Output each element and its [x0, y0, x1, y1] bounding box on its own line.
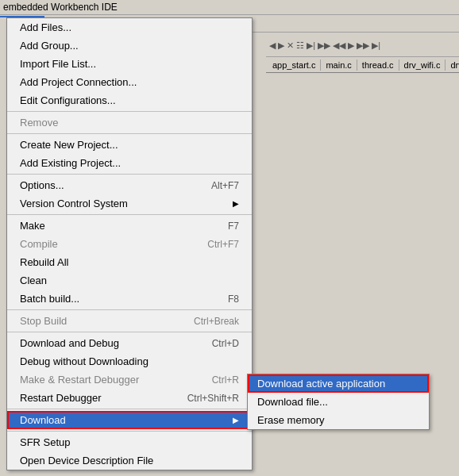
menu-item-label: Debug without Downloading	[20, 355, 148, 367]
menu-item-download-and-debug[interactable]: Download and DebugCtrl+D	[7, 334, 252, 352]
submenu-item-erase-memory[interactable]: Erase memory	[248, 411, 429, 429]
menu-item-create-new-project[interactable]: Create New Project...	[7, 136, 252, 154]
menu-item-add-files[interactable]: Add Files...	[7, 18, 252, 36]
menu-item-debug-without-downloading[interactable]: Debug without Downloading	[7, 352, 252, 370]
menu-item-shortcut: Ctrl+Shift+R	[187, 393, 239, 404]
tab-drv_wi---[interactable]: drv_wi...	[446, 60, 459, 71]
menu-item-add-existing-project[interactable]: Add Existing Project...	[7, 154, 252, 172]
menu-item-shortcut: Ctrl+Break	[194, 316, 239, 327]
submenu-arrow-icon: ▶	[233, 416, 239, 424]
menu-item-shortcut: F8	[228, 294, 239, 305]
menu-item-sfr-setup[interactable]: SFR Setup	[7, 433, 252, 451]
menu-separator	[7, 133, 252, 134]
title-bar: embedded Workbench IDE	[0, 0, 459, 15]
menu-item-shortcut: Ctrl+F7	[207, 239, 239, 250]
menu-item-shortcut: F7	[228, 221, 239, 232]
menu-item-make[interactable]: MakeF7	[7, 217, 252, 235]
menu-separator	[7, 332, 252, 332]
menu-item-label: Options...	[20, 179, 64, 191]
menu-item-stop-build: Stop BuildCtrl+Break	[7, 312, 252, 330]
menu-item-version-control[interactable]: Version Control System▶	[7, 194, 252, 213]
menu-item-label: Compile	[20, 238, 58, 250]
menu-item-clean[interactable]: Clean	[7, 271, 252, 290]
menu-item-edit-configurations[interactable]: Edit Configurations...	[7, 91, 252, 109]
menu-item-label: Batch build...	[20, 293, 79, 305]
menu-item-rebuild-all[interactable]: Rebuild All	[7, 253, 252, 271]
tab-drv_wifi-c[interactable]: drv_wifi.c	[399, 60, 446, 71]
menu-item-label: Version Control System	[20, 198, 128, 209]
left-panel	[0, 17, 6, 476]
menu-item-label: Download and Debug	[20, 337, 119, 349]
menu-item-label: Remove	[20, 117, 58, 129]
menu-item-label: Add Files...	[20, 21, 71, 33]
menu-item-open-device-description-file[interactable]: Open Device Description File	[7, 451, 252, 470]
tab-thread-c[interactable]: thread.c	[357, 60, 399, 71]
menu-item-make-restart-debugger: Make & Restart DebuggerCtrl+R	[7, 370, 252, 389]
menu-item-label: Create New Project...	[20, 139, 118, 151]
tab-bar: app_start.cmain.cthread.cdrv_wifi.cdrv_w…	[266, 57, 459, 73]
download-submenu: Download active applicationDownload file…	[247, 374, 430, 430]
menu-item-shortcut: Ctrl+D	[212, 338, 239, 349]
menu-item-download[interactable]: Download▶	[7, 411, 252, 429]
menu-item-add-project-connection[interactable]: Add Project Connection...	[7, 73, 252, 91]
menu-item-label: Edit Configurations...	[20, 94, 116, 106]
menu-separator	[7, 409, 252, 409]
menu-item-label: Add Existing Project...	[20, 157, 121, 169]
title-text: embedded Workbench IDE	[3, 2, 118, 13]
tab-main-c[interactable]: main.c	[321, 60, 357, 71]
menu-item-label: Open Device Description File	[20, 455, 153, 466]
menu-item-label: Clean	[20, 274, 47, 286]
project-dropdown-menu: Add Files...Add Group...Import File List…	[6, 17, 253, 470]
menu-item-label: Download	[20, 414, 66, 426]
menu-separator	[7, 431, 252, 432]
submenu-item-download-active-application[interactable]: Download active application	[248, 374, 429, 393]
menu-item-label: Rebuild All	[20, 256, 68, 268]
menu-item-restart-debugger[interactable]: Restart DebuggerCtrl+Shift+R	[7, 389, 252, 407]
toolbar: ◀ ▶ ✕ ☷ ▶| ▶▶ ◀◀ ▶ ▶▶ ▶|	[266, 35, 459, 57]
menu-item-label: Add Group...	[20, 40, 79, 52]
menu-item-label: Make	[20, 220, 45, 232]
menu-item-remove: Remove	[7, 113, 252, 132]
menu-item-add-group[interactable]: Add Group...	[7, 36, 252, 55]
menu-item-import-file-list[interactable]: Import File List...	[7, 55, 252, 73]
menu-item-label: SFR Setup	[20, 436, 71, 448]
menu-item-shortcut: Alt+F7	[211, 180, 239, 191]
menu-separator	[7, 174, 252, 175]
menu-separator	[7, 214, 252, 215]
menu-item-compile: CompileCtrl+F7	[7, 235, 252, 253]
menu-item-label: Add Project Connection...	[20, 76, 137, 88]
menu-item-label: Import File List...	[20, 58, 96, 70]
menu-item-label: Restart Debugger	[20, 392, 102, 404]
menu-item-label: Stop Build	[20, 315, 67, 327]
submenu-arrow-icon: ▶	[233, 199, 239, 208]
tab-app_start-c[interactable]: app_start.c	[268, 60, 321, 71]
menu-item-label: Make & Restart Debugger	[20, 374, 139, 386]
menu-item-batch-build[interactable]: Batch build...F8	[7, 290, 252, 308]
menu-separator	[7, 111, 252, 112]
menu-separator	[7, 309, 252, 310]
submenu-item-download-file[interactable]: Download file...	[248, 393, 429, 411]
menu-item-options[interactable]: Options...Alt+F7	[7, 176, 252, 194]
menu-item-shortcut: Ctrl+R	[212, 374, 239, 386]
